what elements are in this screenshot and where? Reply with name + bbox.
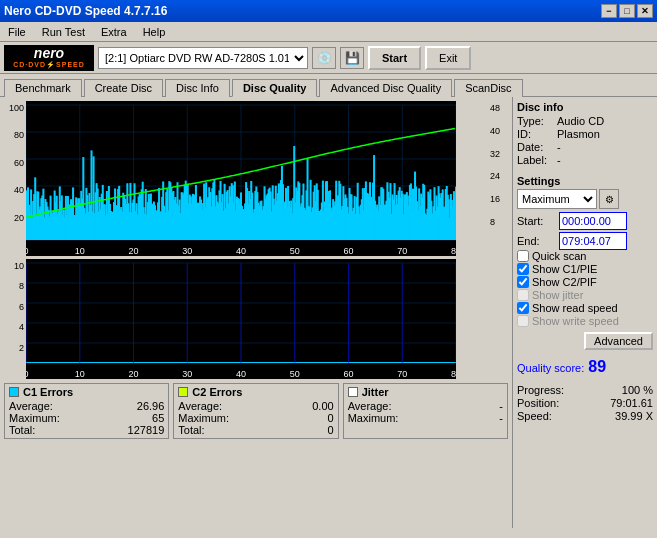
jitter-header: Jitter [348, 386, 503, 398]
quick-scan-checkbox[interactable] [517, 250, 529, 262]
eject-icon-button[interactable]: 💿 [312, 47, 336, 69]
nero-sub: CD·DVD⚡SPEED [13, 61, 85, 69]
minimize-button[interactable]: − [601, 4, 617, 18]
disc-label-row: Label: - [517, 154, 653, 166]
c1-color-indicator [9, 387, 19, 397]
end-time-label: End: [517, 235, 555, 247]
speed-select[interactable]: Maximum [517, 189, 597, 209]
tabs-bar: Benchmark Create Disc Disc Info Disc Qua… [0, 74, 657, 96]
disc-label-label: Label: [517, 154, 557, 166]
c1-total-label: Total: [9, 424, 35, 436]
c1-max-value: 65 [152, 412, 164, 424]
jitter-label: Jitter [362, 386, 389, 398]
c1-label: C1 Errors [23, 386, 73, 398]
show-c2pif-checkbox[interactable] [517, 276, 529, 288]
type-label: Type: [517, 115, 557, 127]
settings-section: Settings Maximum ⚙ Start: End: Quick sca… [517, 175, 653, 350]
close-button[interactable]: ✕ [637, 4, 653, 18]
position-row: Position: 79:01.61 [517, 397, 653, 409]
jitter-max-value: - [499, 412, 503, 424]
show-read-speed-row: Show read speed [517, 302, 653, 314]
speed-select-row: Maximum ⚙ [517, 189, 653, 209]
c2-max-row: Maximum: 0 [178, 412, 333, 424]
show-read-speed-checkbox[interactable] [517, 302, 529, 314]
c2-avg-label: Average: [178, 400, 222, 412]
main-content: 100 80 60 40 20 48 40 32 24 16 8 [0, 96, 657, 528]
c2-total-value: 0 [328, 424, 334, 436]
show-jitter-row: Show jitter [517, 289, 653, 301]
show-jitter-label: Show jitter [532, 289, 583, 301]
maximize-button[interactable]: □ [619, 4, 635, 18]
tab-advanced-disc-quality[interactable]: Advanced Disc Quality [319, 79, 452, 97]
disc-info-title: Disc info [517, 101, 653, 113]
jitter-avg-row: Average: - [348, 400, 503, 412]
start-button[interactable]: Start [368, 46, 421, 70]
c2-max-label: Maximum: [178, 412, 229, 424]
y-axis-bottom-left: 10 8 6 4 2 [4, 259, 26, 379]
settings-title: Settings [517, 175, 653, 187]
tab-scan-disc[interactable]: ScanDisc [454, 79, 522, 97]
menu-run-test[interactable]: Run Test [38, 25, 89, 39]
date-label: Date: [517, 141, 557, 153]
advanced-button[interactable]: Advanced [584, 332, 653, 350]
y-axis-right: 48 40 32 24 16 8 [488, 101, 508, 256]
tab-benchmark[interactable]: Benchmark [4, 79, 82, 97]
tab-disc-quality[interactable]: Disc Quality [232, 79, 318, 97]
c1-max-row: Maximum: 65 [9, 412, 164, 424]
menu-help[interactable]: Help [139, 25, 170, 39]
c2-total-label: Total: [178, 424, 204, 436]
c1-max-label: Maximum: [9, 412, 60, 424]
quick-scan-label: Quick scan [532, 250, 586, 262]
show-c1pie-label: Show C1/PIE [532, 263, 597, 275]
c2-color-indicator [178, 387, 188, 397]
show-c2pif-row: Show C2/PIF [517, 276, 653, 288]
end-time-row: End: [517, 232, 653, 250]
drive-select[interactable]: [2:1] Optiarc DVD RW AD-7280S 1.01 [98, 47, 308, 69]
show-write-speed-checkbox[interactable] [517, 315, 529, 327]
quality-score-row: Quality score: 89 [517, 358, 653, 376]
end-time-input[interactable] [559, 232, 627, 250]
show-write-speed-label: Show write speed [532, 315, 619, 327]
save-icon-button[interactable]: 💾 [340, 47, 364, 69]
c1-total-row: Total: 127819 [9, 424, 164, 436]
date-row: Date: - [517, 141, 653, 153]
disc-label-value: - [557, 154, 561, 166]
type-row: Type: Audio CD [517, 115, 653, 127]
c1-avg-value: 26.96 [137, 400, 165, 412]
chart-area: 100 80 60 40 20 48 40 32 24 16 8 [0, 97, 512, 528]
jitter-avg-value: - [499, 400, 503, 412]
show-c1pie-row: Show C1/PIE [517, 263, 653, 275]
c1-header: C1 Errors [9, 386, 164, 398]
menu-file[interactable]: File [4, 25, 30, 39]
c2-avg-row: Average: 0.00 [178, 400, 333, 412]
settings-icon-button[interactable]: ⚙ [599, 189, 619, 209]
toolbar: nero CD·DVD⚡SPEED [2:1] Optiarc DVD RW A… [0, 42, 657, 74]
progress-row: Progress: 100 % [517, 384, 653, 396]
start-time-input[interactable] [559, 212, 627, 230]
speed-label: Speed: [517, 410, 552, 422]
c1-avg-row: Average: 26.96 [9, 400, 164, 412]
bottom-chart-canvas [26, 259, 456, 379]
c2-stat-box: C2 Errors Average: 0.00 Maximum: 0 Total… [173, 383, 338, 439]
c2-total-row: Total: 0 [178, 424, 333, 436]
id-value: Plasmon [557, 128, 600, 140]
jitter-color-indicator [348, 387, 358, 397]
tab-disc-info[interactable]: Disc Info [165, 79, 230, 97]
menu-extra[interactable]: Extra [97, 25, 131, 39]
speed-value: 39.99 X [615, 410, 653, 422]
show-c1pie-checkbox[interactable] [517, 263, 529, 275]
progress-value: 100 % [622, 384, 653, 396]
exit-button[interactable]: Exit [425, 46, 471, 70]
progress-label: Progress: [517, 384, 564, 396]
quality-score-value: 89 [588, 358, 606, 376]
jitter-stat-box: Jitter Average: - Maximum: - [343, 383, 508, 439]
tab-create-disc[interactable]: Create Disc [84, 79, 163, 97]
show-c2pif-label: Show C2/PIF [532, 276, 597, 288]
c2-max-value: 0 [328, 412, 334, 424]
menu-bar: File Run Test Extra Help [0, 22, 657, 42]
c1-avg-label: Average: [9, 400, 53, 412]
start-time-row: Start: [517, 212, 653, 230]
show-jitter-checkbox[interactable] [517, 289, 529, 301]
date-value: - [557, 141, 561, 153]
right-panel: Disc info Type: Audio CD ID: Plasmon Dat… [512, 97, 657, 528]
